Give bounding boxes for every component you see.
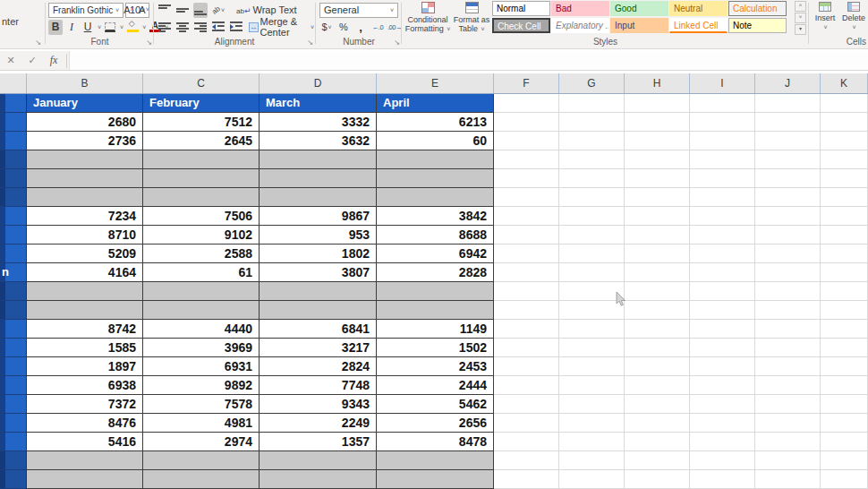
cell[interactable] [755, 282, 821, 301]
bold-button[interactable]: B [48, 20, 63, 35]
cell[interactable] [690, 132, 755, 150]
cell[interactable] [494, 376, 559, 395]
align-top-button[interactable] [157, 3, 172, 18]
cell[interactable] [559, 169, 625, 188]
cell[interactable] [377, 451, 494, 470]
cell[interactable]: 1802 [260, 244, 377, 263]
confirm-icon[interactable]: ✓ [21, 55, 43, 66]
cell[interactable] [559, 226, 625, 244]
cell[interactable] [690, 357, 755, 376]
cell-column-a[interactable] [0, 113, 27, 132]
italic-button[interactable]: I [64, 20, 79, 35]
cell[interactable] [625, 414, 690, 433]
align-bottom-button[interactable] [193, 3, 208, 18]
cell[interactable] [559, 376, 625, 395]
cell[interactable] [625, 150, 690, 169]
cell[interactable] [755, 470, 821, 489]
cell[interactable] [755, 301, 821, 320]
cancel-icon[interactable]: ✕ [0, 55, 21, 66]
cell[interactable] [821, 94, 868, 113]
cell[interactable]: 3969 [143, 339, 260, 357]
cell[interactable] [821, 226, 868, 244]
column-header-h[interactable]: H [625, 73, 690, 93]
borders-button[interactable] [103, 20, 117, 35]
align-right-button[interactable] [193, 20, 208, 35]
style-tile-linked-cell[interactable]: Linked Cell [669, 18, 728, 33]
cell[interactable] [625, 395, 690, 414]
cell[interactable]: 2824 [260, 357, 377, 376]
cell[interactable] [377, 282, 494, 301]
cell[interactable] [755, 150, 821, 169]
cell[interactable]: 2444 [377, 376, 494, 395]
cell[interactable] [260, 282, 377, 301]
cell-column-a[interactable] [0, 282, 27, 301]
wrap-text-button[interactable]: Wrap Text [236, 3, 297, 18]
cell[interactable] [494, 357, 559, 376]
cell[interactable] [494, 339, 559, 357]
cell[interactable]: 2249 [260, 414, 377, 433]
cell[interactable]: 1149 [377, 320, 494, 339]
percent-format-button[interactable]: % [336, 20, 351, 35]
cell[interactable]: 8476 [27, 414, 143, 433]
cell[interactable] [377, 470, 494, 489]
cell[interactable] [625, 433, 690, 451]
cell[interactable]: 6938 [27, 376, 143, 395]
cell[interactable]: 6931 [143, 357, 260, 376]
cell[interactable] [821, 263, 868, 282]
cell[interactable] [690, 94, 755, 113]
cell[interactable] [260, 150, 377, 169]
cell[interactable] [755, 414, 821, 433]
cell[interactable] [377, 301, 494, 320]
cell[interactable]: 953 [260, 226, 377, 244]
cell[interactable] [143, 301, 260, 320]
cell-column-a[interactable]: n [0, 263, 27, 282]
column-header-a-clipped[interactable] [0, 73, 27, 93]
cell[interactable] [494, 414, 559, 433]
clipboard-dialog-launcher-icon[interactable]: ↘ [35, 39, 41, 47]
cell[interactable] [755, 339, 821, 357]
cell[interactable]: March [260, 94, 377, 113]
cell[interactable] [690, 150, 755, 169]
cell[interactable]: 8478 [377, 433, 494, 451]
increase-indent-button[interactable] [229, 20, 243, 35]
cell[interactable] [625, 94, 690, 113]
cell-column-a[interactable] [0, 320, 27, 339]
cell[interactable]: 7506 [143, 207, 260, 226]
cell[interactable] [755, 132, 821, 150]
cell[interactable] [690, 282, 755, 301]
cell[interactable]: 3332 [260, 113, 377, 132]
cell[interactable] [143, 470, 260, 489]
cell[interactable] [559, 188, 625, 207]
cell[interactable]: 2453 [377, 357, 494, 376]
cell-column-a[interactable] [0, 132, 27, 150]
cell[interactable] [559, 414, 625, 433]
cell[interactable]: 7748 [260, 376, 377, 395]
cell-column-a[interactable] [0, 244, 27, 263]
cell[interactable] [27, 169, 143, 188]
gallery-more-icon[interactable]: ▾ [795, 24, 806, 35]
column-header-d[interactable]: D [260, 73, 377, 93]
cell[interactable] [494, 150, 559, 169]
cell[interactable] [821, 244, 868, 263]
cell[interactable] [690, 376, 755, 395]
currency-format-button[interactable]: $˅ [319, 20, 334, 35]
style-tile-bad[interactable]: Bad [551, 1, 609, 16]
cell[interactable]: 9892 [143, 376, 260, 395]
align-left-button[interactable] [157, 20, 172, 35]
cell[interactable] [27, 451, 143, 470]
cell[interactable] [755, 263, 821, 282]
cell[interactable] [755, 320, 821, 339]
cell[interactable] [625, 207, 690, 226]
cell[interactable] [690, 113, 755, 132]
cell[interactable] [690, 226, 755, 244]
cell[interactable] [625, 226, 690, 244]
style-tile-neutral[interactable]: Neutral [669, 1, 728, 16]
cell[interactable]: 1357 [260, 433, 377, 451]
cell[interactable]: 7234 [27, 207, 143, 226]
cell[interactable]: 3217 [260, 339, 377, 357]
cell[interactable]: 5462 [377, 395, 494, 414]
cell[interactable] [821, 150, 868, 169]
cell[interactable] [625, 451, 690, 470]
cell[interactable] [821, 169, 868, 188]
cell-column-a[interactable] [0, 433, 27, 451]
